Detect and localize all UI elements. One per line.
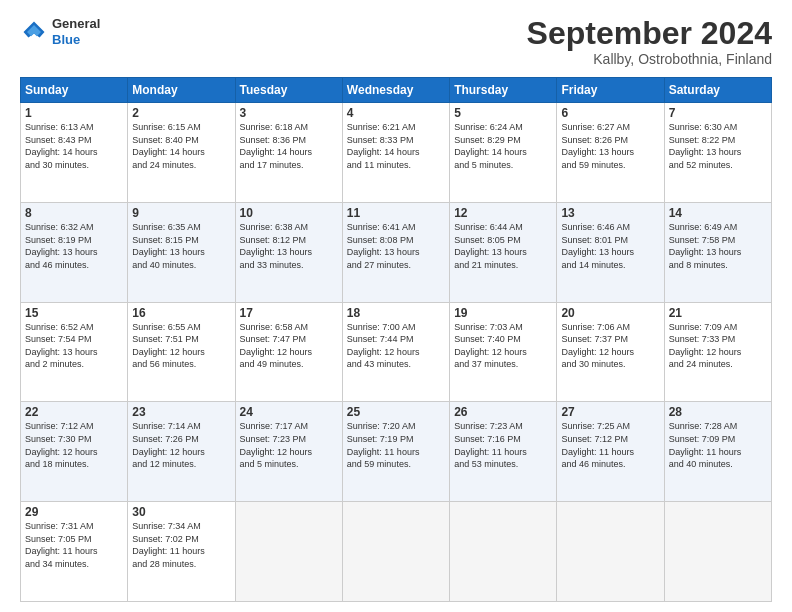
day-detail: Sunrise: 6:55 AMSunset: 7:51 PMDaylight:… bbox=[132, 321, 230, 371]
weekday-header: Friday bbox=[557, 78, 664, 103]
day-detail: Sunrise: 7:20 AMSunset: 7:19 PMDaylight:… bbox=[347, 420, 445, 470]
calendar-day-cell: 12Sunrise: 6:44 AMSunset: 8:05 PMDayligh… bbox=[450, 202, 557, 302]
calendar-day-cell: 22Sunrise: 7:12 AMSunset: 7:30 PMDayligh… bbox=[21, 402, 128, 502]
day-number: 20 bbox=[561, 306, 659, 320]
day-number: 19 bbox=[454, 306, 552, 320]
page-subtitle: Kallby, Ostrobothnia, Finland bbox=[527, 51, 772, 67]
calendar-day-cell: 13Sunrise: 6:46 AMSunset: 8:01 PMDayligh… bbox=[557, 202, 664, 302]
day-detail: Sunrise: 6:21 AMSunset: 8:33 PMDaylight:… bbox=[347, 121, 445, 171]
calendar-day-cell bbox=[557, 502, 664, 602]
calendar-week-row: 22Sunrise: 7:12 AMSunset: 7:30 PMDayligh… bbox=[21, 402, 772, 502]
day-number: 4 bbox=[347, 106, 445, 120]
day-detail: Sunrise: 6:49 AMSunset: 7:58 PMDaylight:… bbox=[669, 221, 767, 271]
day-number: 14 bbox=[669, 206, 767, 220]
day-detail: Sunrise: 6:13 AMSunset: 8:43 PMDaylight:… bbox=[25, 121, 123, 171]
day-detail: Sunrise: 7:28 AMSunset: 7:09 PMDaylight:… bbox=[669, 420, 767, 470]
day-detail: Sunrise: 6:58 AMSunset: 7:47 PMDaylight:… bbox=[240, 321, 338, 371]
calendar-day-cell: 14Sunrise: 6:49 AMSunset: 7:58 PMDayligh… bbox=[664, 202, 771, 302]
calendar-day-cell: 21Sunrise: 7:09 AMSunset: 7:33 PMDayligh… bbox=[664, 302, 771, 402]
day-detail: Sunrise: 6:24 AMSunset: 8:29 PMDaylight:… bbox=[454, 121, 552, 171]
day-detail: Sunrise: 7:03 AMSunset: 7:40 PMDaylight:… bbox=[454, 321, 552, 371]
calendar-day-cell: 24Sunrise: 7:17 AMSunset: 7:23 PMDayligh… bbox=[235, 402, 342, 502]
weekday-header: Wednesday bbox=[342, 78, 449, 103]
day-detail: Sunrise: 6:18 AMSunset: 8:36 PMDaylight:… bbox=[240, 121, 338, 171]
day-detail: Sunrise: 6:27 AMSunset: 8:26 PMDaylight:… bbox=[561, 121, 659, 171]
day-number: 8 bbox=[25, 206, 123, 220]
calendar-day-cell: 18Sunrise: 7:00 AMSunset: 7:44 PMDayligh… bbox=[342, 302, 449, 402]
page-title: September 2024 bbox=[527, 16, 772, 51]
day-number: 22 bbox=[25, 405, 123, 419]
weekday-header: Thursday bbox=[450, 78, 557, 103]
day-number: 24 bbox=[240, 405, 338, 419]
calendar-day-cell: 11Sunrise: 6:41 AMSunset: 8:08 PMDayligh… bbox=[342, 202, 449, 302]
weekday-header: Saturday bbox=[664, 78, 771, 103]
day-detail: Sunrise: 7:25 AMSunset: 7:12 PMDaylight:… bbox=[561, 420, 659, 470]
calendar-week-row: 29Sunrise: 7:31 AMSunset: 7:05 PMDayligh… bbox=[21, 502, 772, 602]
page: General Blue September 2024 Kallby, Ostr… bbox=[0, 0, 792, 612]
calendar-day-cell: 19Sunrise: 7:03 AMSunset: 7:40 PMDayligh… bbox=[450, 302, 557, 402]
calendar-day-cell: 28Sunrise: 7:28 AMSunset: 7:09 PMDayligh… bbox=[664, 402, 771, 502]
day-number: 12 bbox=[454, 206, 552, 220]
calendar-table: SundayMondayTuesdayWednesdayThursdayFrid… bbox=[20, 77, 772, 602]
day-detail: Sunrise: 6:32 AMSunset: 8:19 PMDaylight:… bbox=[25, 221, 123, 271]
calendar-day-cell: 10Sunrise: 6:38 AMSunset: 8:12 PMDayligh… bbox=[235, 202, 342, 302]
day-number: 10 bbox=[240, 206, 338, 220]
calendar-day-cell bbox=[450, 502, 557, 602]
day-number: 13 bbox=[561, 206, 659, 220]
day-number: 11 bbox=[347, 206, 445, 220]
calendar-day-cell: 27Sunrise: 7:25 AMSunset: 7:12 PMDayligh… bbox=[557, 402, 664, 502]
calendar-day-cell: 23Sunrise: 7:14 AMSunset: 7:26 PMDayligh… bbox=[128, 402, 235, 502]
day-number: 27 bbox=[561, 405, 659, 419]
day-detail: Sunrise: 6:44 AMSunset: 8:05 PMDaylight:… bbox=[454, 221, 552, 271]
day-detail: Sunrise: 7:00 AMSunset: 7:44 PMDaylight:… bbox=[347, 321, 445, 371]
calendar-day-cell: 7Sunrise: 6:30 AMSunset: 8:22 PMDaylight… bbox=[664, 103, 771, 203]
day-number: 18 bbox=[347, 306, 445, 320]
calendar-day-cell: 9Sunrise: 6:35 AMSunset: 8:15 PMDaylight… bbox=[128, 202, 235, 302]
calendar-day-cell: 6Sunrise: 6:27 AMSunset: 8:26 PMDaylight… bbox=[557, 103, 664, 203]
day-detail: Sunrise: 6:38 AMSunset: 8:12 PMDaylight:… bbox=[240, 221, 338, 271]
logo-text: General Blue bbox=[52, 16, 100, 47]
day-detail: Sunrise: 6:35 AMSunset: 8:15 PMDaylight:… bbox=[132, 221, 230, 271]
day-detail: Sunrise: 7:06 AMSunset: 7:37 PMDaylight:… bbox=[561, 321, 659, 371]
day-number: 21 bbox=[669, 306, 767, 320]
calendar-day-cell: 4Sunrise: 6:21 AMSunset: 8:33 PMDaylight… bbox=[342, 103, 449, 203]
day-number: 25 bbox=[347, 405, 445, 419]
day-detail: Sunrise: 7:14 AMSunset: 7:26 PMDaylight:… bbox=[132, 420, 230, 470]
day-number: 30 bbox=[132, 505, 230, 519]
calendar-day-cell: 25Sunrise: 7:20 AMSunset: 7:19 PMDayligh… bbox=[342, 402, 449, 502]
day-number: 2 bbox=[132, 106, 230, 120]
calendar-day-cell: 8Sunrise: 6:32 AMSunset: 8:19 PMDaylight… bbox=[21, 202, 128, 302]
calendar-day-cell: 17Sunrise: 6:58 AMSunset: 7:47 PMDayligh… bbox=[235, 302, 342, 402]
weekday-header: Monday bbox=[128, 78, 235, 103]
logo-icon bbox=[20, 18, 48, 46]
day-detail: Sunrise: 6:46 AMSunset: 8:01 PMDaylight:… bbox=[561, 221, 659, 271]
day-detail: Sunrise: 7:23 AMSunset: 7:16 PMDaylight:… bbox=[454, 420, 552, 470]
calendar-day-cell bbox=[235, 502, 342, 602]
logo-general-text: General bbox=[52, 16, 100, 32]
day-number: 3 bbox=[240, 106, 338, 120]
day-detail: Sunrise: 6:30 AMSunset: 8:22 PMDaylight:… bbox=[669, 121, 767, 171]
day-detail: Sunrise: 7:31 AMSunset: 7:05 PMDaylight:… bbox=[25, 520, 123, 570]
day-detail: Sunrise: 7:34 AMSunset: 7:02 PMDaylight:… bbox=[132, 520, 230, 570]
day-number: 16 bbox=[132, 306, 230, 320]
title-area: September 2024 Kallby, Ostrobothnia, Fin… bbox=[527, 16, 772, 67]
day-number: 23 bbox=[132, 405, 230, 419]
day-detail: Sunrise: 7:12 AMSunset: 7:30 PMDaylight:… bbox=[25, 420, 123, 470]
calendar-day-cell: 5Sunrise: 6:24 AMSunset: 8:29 PMDaylight… bbox=[450, 103, 557, 203]
calendar-day-cell: 15Sunrise: 6:52 AMSunset: 7:54 PMDayligh… bbox=[21, 302, 128, 402]
calendar-day-cell: 3Sunrise: 6:18 AMSunset: 8:36 PMDaylight… bbox=[235, 103, 342, 203]
weekday-header: Tuesday bbox=[235, 78, 342, 103]
logo: General Blue bbox=[20, 16, 100, 47]
calendar-day-cell: 30Sunrise: 7:34 AMSunset: 7:02 PMDayligh… bbox=[128, 502, 235, 602]
logo-blue-text: Blue bbox=[52, 32, 100, 48]
calendar-day-cell: 20Sunrise: 7:06 AMSunset: 7:37 PMDayligh… bbox=[557, 302, 664, 402]
day-detail: Sunrise: 6:41 AMSunset: 8:08 PMDaylight:… bbox=[347, 221, 445, 271]
day-detail: Sunrise: 6:15 AMSunset: 8:40 PMDaylight:… bbox=[132, 121, 230, 171]
calendar-week-row: 15Sunrise: 6:52 AMSunset: 7:54 PMDayligh… bbox=[21, 302, 772, 402]
header: General Blue September 2024 Kallby, Ostr… bbox=[20, 16, 772, 67]
day-number: 15 bbox=[25, 306, 123, 320]
calendar-day-cell bbox=[342, 502, 449, 602]
calendar-day-cell: 29Sunrise: 7:31 AMSunset: 7:05 PMDayligh… bbox=[21, 502, 128, 602]
day-number: 1 bbox=[25, 106, 123, 120]
day-detail: Sunrise: 6:52 AMSunset: 7:54 PMDaylight:… bbox=[25, 321, 123, 371]
